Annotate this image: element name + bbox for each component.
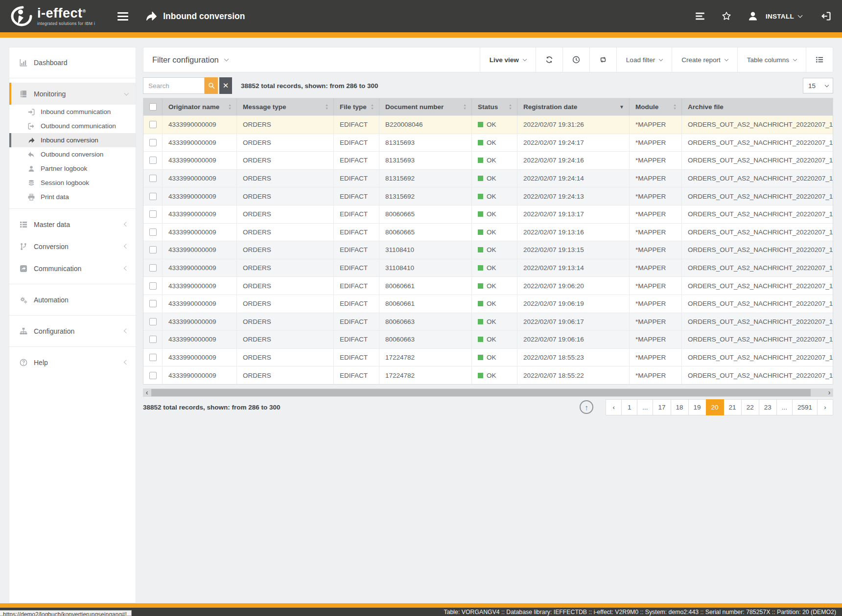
table-columns-button[interactable]: Table columns — [737, 47, 806, 72]
sidebar-item-dashboard[interactable]: Dashboard — [9, 51, 136, 73]
column-header-document-number[interactable]: Document number▲▼ — [379, 98, 471, 115]
sidebar-item-inbound-communication[interactable]: Inbound communication — [9, 105, 136, 119]
select-all-checkbox[interactable] — [149, 103, 157, 111]
sidebar-item-print-data[interactable]: Print data — [9, 190, 136, 204]
page-21[interactable]: 21 — [724, 399, 742, 415]
table-row[interactable]: 4333990000009ORDERSEDIFACT80060661OK2022… — [143, 295, 833, 313]
row-checkbox[interactable] — [149, 210, 157, 218]
cell-text: *MAPPER — [635, 175, 666, 182]
sidebar-item-automation[interactable]: Automation — [9, 289, 136, 311]
horizontal-scrollbar[interactable]: ‹ › — [143, 388, 833, 397]
row-checkbox[interactable] — [149, 300, 157, 307]
row-checkbox[interactable] — [149, 157, 157, 164]
row-checkbox[interactable] — [149, 336, 157, 343]
table-row[interactable]: 4333990000009ORDERSEDIFACT80060665OK2022… — [143, 205, 833, 223]
refresh-button[interactable] — [536, 47, 562, 72]
page-2591[interactable]: 2591 — [792, 399, 818, 415]
retweet-button[interactable] — [589, 47, 616, 72]
table-row[interactable]: 4333990000009ORDERSEDIFACT17224782OK2022… — [143, 348, 833, 366]
sidebar-item-help[interactable]: Help — [9, 351, 136, 373]
back-to-top-button[interactable]: ↑ — [580, 400, 593, 414]
list-ul-button[interactable] — [806, 47, 833, 72]
sidebar-item-communication[interactable]: Communication — [9, 257, 136, 279]
table-row[interactable]: 4333990000009ORDERSEDIFACT81315692OK2022… — [143, 169, 833, 187]
page-22[interactable]: 22 — [741, 399, 759, 415]
next-page[interactable]: › — [817, 399, 833, 415]
table-row[interactable]: 4333990000009ORDERSEDIFACT80060661OK2022… — [143, 276, 833, 295]
row-checkbox[interactable] — [149, 121, 157, 128]
page-size-select[interactable]: 15 — [803, 78, 833, 93]
table-row[interactable]: 4333990000009ORDERSEDIFACT81315693OK2022… — [143, 134, 833, 152]
page-ellipsis[interactable]: ... — [776, 399, 793, 415]
scroll-right-arrow[interactable]: › — [825, 388, 833, 397]
account-menu[interactable]: INSTALL — [766, 13, 802, 20]
row-checkbox[interactable] — [149, 228, 157, 236]
sidebar-item-session-logbook[interactable]: Session logbook — [9, 176, 136, 190]
search-input[interactable] — [143, 77, 205, 94]
row-checkbox[interactable] — [149, 193, 157, 200]
sidebar-item-partner-logbook[interactable]: Partner logbook — [9, 161, 136, 176]
row-checkbox[interactable] — [149, 354, 157, 361]
cell-text: 4333990000009 — [168, 300, 216, 307]
row-checkbox[interactable] — [149, 318, 157, 325]
sidebar-item-outbound-conversion[interactable]: Outbound conversion — [9, 147, 136, 161]
page-17[interactable]: 17 — [653, 399, 671, 415]
table-row[interactable]: 4333990000009ORDERSEDIFACTB220008046OK20… — [143, 115, 833, 134]
column-header-module[interactable]: Module▲▼ — [629, 98, 681, 115]
search-button[interactable] — [205, 77, 218, 94]
clear-search-button[interactable]: ✕ — [219, 77, 232, 94]
row-checkbox[interactable] — [149, 139, 157, 146]
page-ellipsis[interactable]: ... — [637, 399, 653, 415]
row-checkbox[interactable] — [149, 282, 157, 290]
column-header-originator-name[interactable]: Originator name▲▼ — [162, 98, 236, 115]
i-effect-logo[interactable]: i-effect® integrated solutions for IBM i — [11, 5, 95, 27]
table-row[interactable]: 4333990000009ORDERSEDIFACT31108410OK2022… — [143, 259, 833, 277]
page-1[interactable]: 1 — [621, 399, 637, 415]
page-18[interactable]: 18 — [671, 399, 689, 415]
table-row[interactable]: 4333990000009ORDERSEDIFACT31108410OK2022… — [143, 241, 833, 259]
scrollbar-thumb[interactable] — [151, 389, 811, 396]
live-view-button[interactable]: Live view — [480, 47, 536, 72]
sidebar-item-configuration[interactable]: Configuration — [9, 320, 136, 342]
column-header-status[interactable]: Status▲▼ — [471, 98, 517, 115]
sidebar-item-master-data[interactable]: Master data — [9, 213, 136, 235]
table-row[interactable]: 4333990000009ORDERSEDIFACT81315692OK2022… — [143, 187, 833, 205]
cell-originator: 4333990000009 — [162, 295, 236, 313]
sign-out-icon — [27, 123, 36, 130]
user-avatar-icon[interactable] — [748, 11, 758, 21]
favorites-star-icon[interactable] — [722, 11, 731, 21]
filter-configuration-dropdown[interactable]: Filter configuration — [152, 47, 228, 72]
table-row[interactable]: 4333990000009ORDERSEDIFACT80060663OK2022… — [143, 313, 833, 331]
cell-text: *MAPPER — [635, 246, 666, 253]
sidebar-item-conversion[interactable]: Conversion — [9, 235, 136, 257]
column-header-registration-date[interactable]: Registration date▲▼ — [517, 98, 629, 115]
row-checkbox[interactable] — [149, 372, 157, 379]
cell-originator: 4333990000009 — [162, 170, 236, 187]
scroll-left-arrow[interactable]: ‹ — [143, 388, 151, 397]
table-row[interactable]: 4333990000009ORDERSEDIFACT81315693OK2022… — [143, 151, 833, 169]
sidebar-item-outbound-communication[interactable]: Outbound communication — [9, 119, 136, 133]
sidebar-item-monitoring[interactable]: Monitoring — [9, 83, 136, 105]
logout-icon[interactable] — [821, 11, 831, 21]
table-row[interactable]: 4333990000009ORDERSEDIFACT80060663OK2022… — [143, 330, 833, 348]
menu-toggle-icon[interactable] — [116, 10, 130, 23]
table-row[interactable]: 4333990000009ORDERSEDIFACT80060665OK2022… — [143, 223, 833, 241]
sidebar-item-inbound-conversion[interactable]: Inbound conversion — [9, 133, 136, 147]
row-checkbox[interactable] — [149, 175, 157, 182]
create-report-button[interactable]: Create report — [672, 47, 737, 72]
page-19[interactable]: 19 — [688, 399, 706, 415]
page-20[interactable]: 20 — [706, 399, 724, 415]
clock-button[interactable] — [562, 47, 589, 72]
cell-registration-date: 2022/02/07 19:06:20 — [517, 277, 629, 295]
table-row[interactable]: 4333990000009ORDERSEDIFACT17224782OK2022… — [143, 366, 833, 384]
page-title-wrap: Inbound conversion — [145, 10, 245, 23]
column-header-message-type[interactable]: Message type▲▼ — [236, 98, 333, 115]
column-header-archive-file[interactable]: Archive file — [681, 98, 833, 115]
row-checkbox[interactable] — [149, 264, 157, 272]
row-checkbox[interactable] — [149, 246, 157, 253]
column-header-file-type[interactable]: File type▲▼ — [333, 98, 379, 115]
page-23[interactable]: 23 — [759, 399, 777, 415]
prev-page[interactable]: ‹ — [606, 399, 622, 415]
load-filter-button[interactable]: Load filter — [616, 47, 672, 72]
server-icon[interactable] — [695, 11, 705, 21]
